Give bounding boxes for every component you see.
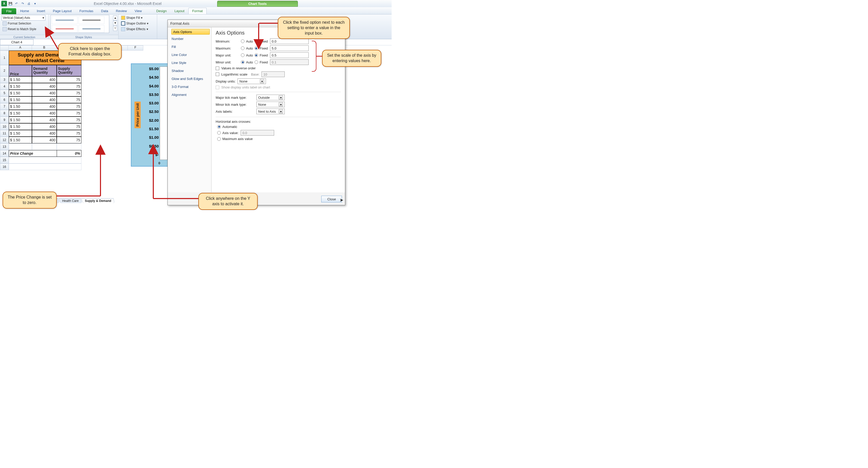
redo-icon[interactable]: ↷ xyxy=(20,1,26,6)
cell-price[interactable]: $ 1.50 xyxy=(9,83,32,90)
major-unit-auto-radio[interactable] xyxy=(241,53,245,57)
cell-demand[interactable]: 400 xyxy=(32,96,57,103)
nav-line-style[interactable]: Line Style xyxy=(169,59,210,66)
row-header[interactable]: 8 xyxy=(0,110,9,117)
cell-demand[interactable]: 400 xyxy=(32,76,57,83)
tab-design[interactable]: Design xyxy=(152,8,170,14)
nav-glow[interactable]: Glow and Soft Edges xyxy=(169,75,210,83)
gallery-down-icon[interactable]: ▾ xyxy=(113,21,117,26)
cell-price[interactable]: $ 1.50 xyxy=(9,96,32,103)
maximum-input[interactable]: 5.0 xyxy=(270,46,309,51)
max-axis-value-radio[interactable] xyxy=(217,137,221,141)
tab-insert[interactable]: Insert xyxy=(33,8,49,14)
cell[interactable] xyxy=(32,143,57,150)
price-change-value[interactable]: 0% xyxy=(57,150,82,157)
axis-value-radio[interactable] xyxy=(217,131,221,135)
maximum-fixed-radio[interactable] xyxy=(254,47,258,50)
row-header-13[interactable]: 13 xyxy=(0,143,9,150)
col-header-a[interactable]: A xyxy=(9,46,32,51)
cell-supply[interactable]: 75 xyxy=(57,103,82,110)
chart-element-selector[interactable]: Vertical (Value) Axis▾ xyxy=(2,15,45,21)
gallery-up-icon[interactable]: ▴ xyxy=(113,16,117,21)
cell-supply[interactable]: 75 xyxy=(57,76,82,83)
nav-shadow[interactable]: Shadow xyxy=(169,67,210,75)
cell[interactable] xyxy=(57,143,82,150)
print-icon[interactable]: 🖨 xyxy=(26,1,32,6)
cell-demand[interactable]: 400 xyxy=(32,117,57,123)
cell-demand[interactable]: 400 xyxy=(32,130,57,137)
tab-formulas[interactable]: Formulas xyxy=(75,8,97,14)
major-tick-select[interactable]: Outside▾ xyxy=(256,95,285,100)
nav-number[interactable]: Number xyxy=(169,35,210,42)
nav-axis-options[interactable]: Axis Options xyxy=(171,29,210,34)
row-header[interactable]: 6 xyxy=(0,96,9,103)
price-change-label[interactable]: Price Change xyxy=(9,150,57,157)
display-units-select[interactable]: None▾ xyxy=(238,78,266,84)
hdr-price[interactable]: Price xyxy=(9,65,32,76)
sheet-tab-supply-demand[interactable]: Supply & Demand xyxy=(82,198,115,203)
cell-demand[interactable]: 400 xyxy=(32,123,57,130)
format-selection-button[interactable]: Format Selection xyxy=(2,21,47,26)
hdr-supply[interactable]: Supply Quantity xyxy=(57,65,82,76)
chart-plot-area-edge[interactable] xyxy=(160,66,167,160)
cell-supply[interactable]: 75 xyxy=(57,137,82,143)
close-button[interactable]: Close xyxy=(321,196,342,202)
cell-supply[interactable]: 75 xyxy=(57,123,82,130)
nav-3d-format[interactable]: 3-D Format xyxy=(169,83,210,90)
gallery-more-icon[interactable]: ▿ xyxy=(113,26,117,31)
cell-supply[interactable]: 75 xyxy=(57,90,82,96)
minimum-fixed-radio[interactable] xyxy=(254,39,258,43)
tab-format[interactable]: Format xyxy=(188,8,207,14)
minimum-input[interactable]: 0.0 xyxy=(270,38,309,44)
cell-price[interactable]: $ 1.50 xyxy=(9,130,32,137)
nav-line-color[interactable]: Line Color xyxy=(169,51,210,59)
format-axis-dialog[interactable]: Format Axis Axis Options Number Fill Lin… xyxy=(167,20,345,205)
embedded-chart[interactable]: Price per Unit $5.00$4.50$4.00$3.50$3.00… xyxy=(131,63,169,167)
row-header[interactable]: 10 xyxy=(0,123,9,130)
minor-tick-select[interactable]: None▾ xyxy=(256,101,285,107)
save-icon[interactable]: 💾 xyxy=(7,1,13,6)
cell-demand[interactable]: 400 xyxy=(32,110,57,117)
axis-labels-select[interactable]: Next to Axis▾ xyxy=(256,109,285,114)
tab-file[interactable]: File xyxy=(2,8,16,14)
cell-demand[interactable]: 400 xyxy=(32,83,57,90)
shape-styles-gallery[interactable] xyxy=(51,15,109,33)
cell[interactable] xyxy=(9,143,32,150)
cell-price[interactable]: $ 1.50 xyxy=(9,110,32,117)
minimum-auto-radio[interactable] xyxy=(241,39,245,43)
cell-price[interactable]: $ 1.50 xyxy=(9,123,32,130)
name-box[interactable]: Chart 4 xyxy=(0,39,33,45)
row-header[interactable]: 4 xyxy=(0,83,9,90)
row-header[interactable]: 3 xyxy=(0,76,9,83)
cell-demand[interactable]: 400 xyxy=(32,137,57,143)
nav-alignment[interactable]: Alignment xyxy=(169,91,210,98)
shape-fill-button[interactable]: Shape Fill ▾ xyxy=(120,15,155,21)
select-all-corner[interactable] xyxy=(0,46,9,51)
row-header[interactable]: 5 xyxy=(0,90,9,96)
major-unit-fixed-radio[interactable] xyxy=(254,53,258,57)
major-unit-input[interactable]: 0.5 xyxy=(270,52,309,58)
row-header-15[interactable]: 15 xyxy=(0,157,9,164)
maximum-auto-radio[interactable] xyxy=(241,47,245,50)
qat-dropdown-icon[interactable]: ▾ xyxy=(32,1,38,6)
cell[interactable] xyxy=(9,164,82,170)
row-header[interactable]: 9 xyxy=(0,117,9,123)
minor-unit-fixed-radio[interactable] xyxy=(254,60,258,64)
cell-supply[interactable]: 75 xyxy=(57,83,82,90)
col-header-b[interactable]: B xyxy=(32,46,57,51)
cell-price[interactable]: $ 1.50 xyxy=(9,90,32,96)
row-header[interactable]: 12 xyxy=(0,137,9,143)
automatic-radio[interactable] xyxy=(217,125,221,129)
tab-view[interactable]: View xyxy=(131,8,146,14)
log-scale-checkbox[interactable] xyxy=(216,72,219,76)
cell-supply[interactable]: 75 xyxy=(57,130,82,137)
row-header-14[interactable]: 14 xyxy=(0,150,9,157)
cell-price[interactable]: $ 1.50 xyxy=(9,137,32,143)
hdr-demand[interactable]: Demand Quantity xyxy=(32,65,57,76)
cell-demand[interactable]: 400 xyxy=(32,90,57,96)
tab-layout[interactable]: Layout xyxy=(170,8,188,14)
nav-fill[interactable]: Fill xyxy=(169,43,210,51)
cell-supply[interactable]: 75 xyxy=(57,96,82,103)
row-header[interactable]: 11 xyxy=(0,130,9,137)
row-header-2[interactable]: 2 xyxy=(0,65,9,76)
